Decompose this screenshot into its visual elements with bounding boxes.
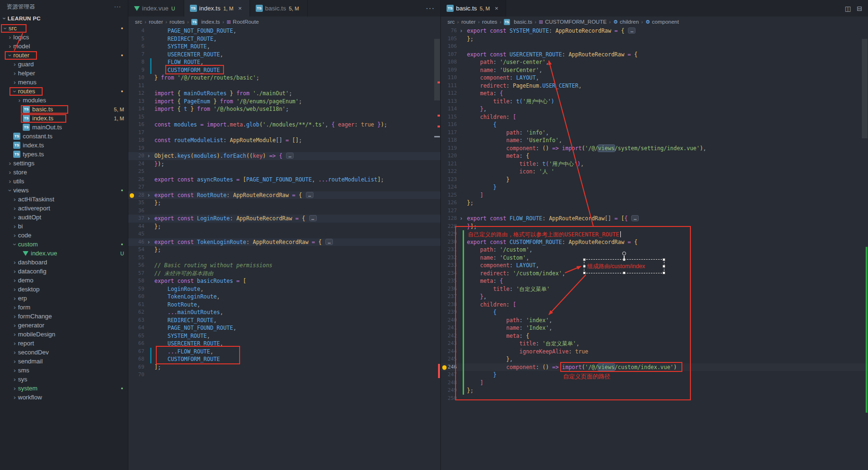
code-line[interactable]: 236 title: '自定义菜单'	[441, 285, 868, 293]
more-actions-icon[interactable]: ···	[114, 3, 121, 10]
code-line[interactable]: 229	[441, 230, 868, 238]
tree-item-menus[interactable]: ›menus	[0, 78, 128, 87]
chevron-down-icon[interactable]: ›	[11, 88, 18, 95]
code-line[interactable]: 250	[441, 395, 868, 403]
close-icon[interactable]: ×	[492, 5, 500, 12]
code-line[interactable]: 17	[128, 129, 440, 137]
chevron-down-icon[interactable]: ›	[7, 52, 13, 59]
code-line[interactable]: 46›export const TokenLoginRoute: AppRout…	[128, 238, 440, 246]
chevron-right-icon[interactable]: ›	[11, 340, 18, 347]
tree-item-router[interactable]: ›router●	[0, 51, 128, 60]
tree-item-store[interactable]: ›store	[0, 168, 128, 177]
code-line[interactable]: 35};	[128, 199, 440, 207]
code-line[interactable]: 54};	[128, 246, 440, 254]
tree-item-generator[interactable]: ›generator	[0, 321, 128, 330]
breadcrumb-RootRoute[interactable]: ⊞RootRoute	[226, 19, 259, 25]
code-line[interactable]: 117 path: 'info',	[441, 129, 868, 137]
tree-item-bi[interactable]: ›bi	[0, 222, 128, 231]
chevron-right-icon[interactable]: ›	[11, 385, 18, 392]
code-line[interactable]: 36	[128, 207, 440, 215]
code-line[interactable]: 4 PAGE_NOT_FOUND_ROUTE,	[128, 27, 440, 35]
code-editor-right[interactable]: 76›export const SYSTEM_ROUTE: AppRouteRe…	[441, 27, 868, 402]
code-line[interactable]: 60 TokenLoginRoute,	[128, 293, 440, 301]
code-line[interactable]: 120 meta: {	[441, 152, 868, 160]
code-line[interactable]: 249};	[441, 387, 868, 395]
code-line[interactable]: 20›Object.keys(modules).forEach((key) =>…	[128, 152, 440, 160]
code-line[interactable]: 66 USERCENTER_ROUTE,	[128, 340, 440, 348]
lightbulb-icon[interactable]	[130, 193, 134, 198]
code-line[interactable]: 105};	[441, 35, 868, 43]
code-line[interactable]: 6 SYSTEM_ROUTE,	[128, 43, 440, 51]
code-line[interactable]: 24});	[128, 160, 440, 168]
folded-region-indicator[interactable]: …	[628, 27, 635, 34]
tree-item-erp[interactable]: ›erp	[0, 294, 128, 303]
tab-basic.ts[interactable]: TSbasic.ts5, M×	[441, 0, 506, 17]
code-line[interactable]: 234 redirect: '/custom/index',	[441, 270, 868, 278]
chevron-right-icon[interactable]: ›	[11, 322, 18, 329]
tree-item-formChange[interactable]: ›formChange	[0, 312, 128, 321]
fold-chevron-icon[interactable]: ›	[459, 215, 464, 223]
code-line[interactable]: 111 redirect: PageEnum.USER_CENTER,	[441, 82, 868, 90]
code-line[interactable]: 67 ...FLOW_ROUTE,	[128, 348, 440, 356]
code-line[interactable]: 123 }	[441, 176, 868, 184]
code-line[interactable]: 16const modules = import.meta.glob('./mo…	[128, 121, 440, 129]
code-line[interactable]: 239 {	[441, 308, 868, 316]
code-line[interactable]: 233 component: LAYOUT,	[441, 262, 868, 270]
code-line[interactable]: 110 component: LAYOUT,	[441, 74, 868, 82]
tree-item-types.ts[interactable]: ›TStypes.ts	[0, 150, 128, 159]
tree-item-dashboard[interactable]: ›dashboard	[0, 258, 128, 267]
chevron-right-icon[interactable]: ›	[16, 97, 23, 104]
folded-region-indicator[interactable]: …	[286, 153, 294, 159]
tree-item-src[interactable]: ›src●	[0, 24, 128, 33]
code-line[interactable]: 68 CUSTOMFORM_ROUTE	[128, 355, 440, 363]
code-line[interactable]: 44};	[128, 223, 440, 231]
code-line[interactable]: 247 }	[441, 371, 868, 379]
code-line[interactable]: 240 path: 'index',	[441, 316, 868, 325]
code-line[interactable]: 7 USERCENTER_ROUTE,	[128, 51, 440, 59]
code-line[interactable]: 113 title: t('用户中心')	[441, 98, 868, 106]
chevron-right-icon[interactable]: ›	[11, 61, 18, 68]
tree-item-utils[interactable]: ›utils	[0, 177, 128, 186]
breadcrumb-routes[interactable]: routes	[170, 19, 185, 25]
chevron-right-icon[interactable]: ›	[7, 34, 13, 41]
breadcrumb-basic.ts[interactable]: TSbasic.ts	[504, 19, 532, 25]
fold-chevron-icon[interactable]: ›	[146, 238, 151, 246]
code-line[interactable]: 237 },	[441, 293, 868, 301]
chevron-right-icon[interactable]: ›	[11, 295, 18, 302]
code-line[interactable]: 109 name: 'UserCenter',	[441, 66, 868, 74]
code-editor-middle[interactable]: 4 PAGE_NOT_FOUND_ROUTE,5 REDIRECT_ROUTE,…	[128, 27, 440, 379]
code-line[interactable]: 244 ignoreKeepAlive: true	[441, 348, 868, 356]
tree-item-report[interactable]: ›report	[0, 339, 128, 348]
fold-chevron-icon[interactable]: ›	[459, 27, 464, 35]
breadcrumb-index.ts[interactable]: TSindex.ts	[191, 19, 220, 25]
overview-ruler-right[interactable]	[861, 17, 868, 470]
chevron-right-icon[interactable]: ›	[11, 304, 18, 311]
code-line[interactable]: 59 LoginRoute,	[128, 285, 440, 293]
code-line[interactable]: 70	[128, 371, 440, 379]
code-line[interactable]: 232 name: 'Custom',	[441, 254, 868, 262]
tree-item-settings[interactable]: ›settings	[0, 159, 128, 168]
folded-region-indicator[interactable]: …	[325, 239, 333, 245]
tree-item-mobileDesign[interactable]: ›mobileDesign	[0, 330, 128, 339]
more-actions-icon[interactable]: ···	[426, 4, 435, 13]
code-line[interactable]: 106	[441, 43, 868, 51]
breadcrumb-CUSTOMFORM_ROUTE[interactable]: ⊞CUSTOMFORM_ROUTE	[539, 19, 607, 25]
chevron-right-icon[interactable]: ›	[11, 259, 18, 266]
tree-item-form[interactable]: ›form	[0, 303, 128, 312]
tree-item-workflow[interactable]: ›workflow	[0, 393, 128, 402]
tree-item-code[interactable]: ›code	[0, 231, 128, 240]
code-line[interactable]: 28›export const RootRoute: AppRouteRecor…	[128, 191, 440, 199]
code-line[interactable]: 245 },	[441, 355, 868, 363]
tree-item-activereport[interactable]: ›activereport	[0, 204, 128, 213]
code-line[interactable]: 5 REDIRECT_ROUTE,	[128, 35, 440, 43]
chevron-right-icon[interactable]: ›	[11, 205, 18, 212]
code-line[interactable]: 127	[441, 207, 868, 215]
tree-item-secondDev[interactable]: ›secondDev	[0, 348, 128, 357]
code-line[interactable]: 108 path: '/user-center',	[441, 58, 868, 66]
chevron-right-icon[interactable]: ›	[11, 367, 18, 374]
tree-item-sms[interactable]: ›sms	[0, 366, 128, 375]
code-line[interactable]: 241 name: 'Index',	[441, 324, 868, 332]
code-line[interactable]: 231 path: '/custom',	[441, 246, 868, 254]
tree-item-actHiTaskinst[interactable]: ›actHiTaskinst	[0, 195, 128, 204]
code-line[interactable]: 118 name: 'UserInfo',	[441, 136, 868, 145]
